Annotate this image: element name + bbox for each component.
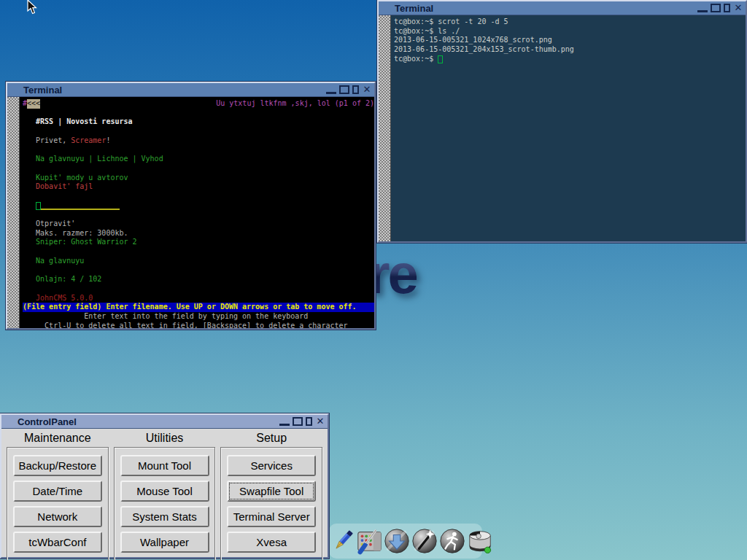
cp-section-header: Maintenance: [7, 430, 109, 447]
mouse-cursor-icon: [27, 0, 38, 18]
cp-group-box: ServicesSwapfile ToolTerminal ServerXves…: [220, 447, 322, 560]
terminal-line: [23, 192, 374, 201]
terminal-line: (File entry field) Enter filename. Use U…: [23, 303, 374, 312]
terminal-line: Onlajn: 4 / 102: [23, 275, 374, 284]
terminal-line: [23, 210, 374, 219]
terminal-line: 2013-06-15-005321_1024x768_scrot.png: [394, 36, 746, 45]
cp-group-box: Backup/RestoreDate/TimeNetworktcWbarConf: [7, 447, 109, 560]
terminal-line: tc@box:~$: [394, 55, 746, 64]
cp-button-swapfile-tool[interactable]: Swapfile Tool: [227, 481, 316, 502]
terminal-scrollbar[interactable]: [7, 97, 20, 328]
shade-button-icon[interactable]: [306, 417, 312, 426]
text-cursor-icon: [438, 55, 443, 63]
text-cursor-icon: [36, 202, 41, 210]
window-title: ControlPanel: [18, 416, 276, 427]
terminal-output[interactable]: tc@box:~$ scrot -t 20 -d 5tc@box:~$ ls .…: [391, 15, 746, 241]
run-icon[interactable]: [438, 526, 466, 556]
lynx-browser-output[interactable]: #<<<Uu ytxtuj ltkfnm ,skj, lol (p1 of 2)…: [20, 97, 374, 328]
terminal-line: [23, 145, 374, 155]
shade-button-icon[interactable]: [352, 85, 359, 94]
cp-button-date-time[interactable]: Date/Time: [13, 481, 102, 502]
cp-button-mouse-tool[interactable]: Mouse Tool: [120, 481, 209, 502]
mount-tool-icon[interactable]: [466, 526, 494, 556]
terminal-line: #RSS | Novosti resursa: [23, 117, 374, 127]
cp-button-services[interactable]: Services: [227, 455, 316, 476]
terminal-line: [23, 266, 374, 276]
terminal-line: #<<<Uu ytxtuj ltkfnm ,skj, lol (p1 of 2): [23, 99, 374, 109]
terminal-window-right: Terminal tc@box:~$ scrot -t 20 -d 5tc@bo…: [377, 0, 747, 243]
cp-group-box: Mount ToolMouse ToolSystem StatsWallpape…: [114, 447, 216, 560]
terminal-line: [23, 201, 374, 211]
titlebar[interactable]: Terminal: [7, 83, 374, 97]
cp-button-tcwbarconf[interactable]: tcWbarConf: [13, 532, 102, 553]
terminal-line: [23, 164, 374, 174]
terminal-line: [23, 127, 374, 136]
close-button-icon[interactable]: [733, 4, 743, 12]
cp-button-network[interactable]: Network: [13, 506, 102, 527]
wbar-dock: [329, 524, 482, 559]
pen-icon[interactable]: [330, 526, 355, 556]
terminal-line: Sniper: Ghost Warrior 2: [23, 238, 374, 247]
terminal-line: Kupit' mody u avtorov: [23, 174, 374, 183]
terminal-line: Otpravit': [23, 219, 374, 229]
terminal-line: Enter text into the field by typing on t…: [23, 312, 374, 322]
terminal-scrollbar[interactable]: [379, 15, 391, 241]
cp-button-wallpaper[interactable]: Wallpaper: [120, 532, 209, 553]
cp-button-mount-tool[interactable]: Mount Tool: [120, 455, 209, 476]
terminal-line: tc@box:~$ ls ./: [394, 27, 746, 36]
terminal-line: Na glavnuyu: [23, 257, 374, 266]
cp-button-xvesa[interactable]: Xvesa: [227, 532, 316, 553]
cp-button-system-stats[interactable]: System Stats: [120, 506, 209, 527]
control-panel-window: ControlPanel MaintenanceBackup/RestoreDa…: [0, 413, 329, 559]
close-button-icon[interactable]: [362, 85, 372, 94]
terminal-line: tc@box:~$ scrot -t 20 -d 5: [394, 18, 746, 27]
cp-column-maintenance: MaintenanceBackup/RestoreDate/TimeNetwor…: [7, 430, 109, 552]
cp-button-terminal-server[interactable]: Terminal Server: [227, 506, 316, 527]
terminal-line: [23, 247, 374, 257]
terminal-line: Ctrl-U to delete all text in field, [Bac…: [23, 322, 374, 328]
terminal-line: 2013-06-15-005321_204x153_scrot-thumb.pn…: [394, 45, 746, 55]
window-title: Terminal: [395, 3, 694, 14]
control-panel-icon[interactable]: [355, 526, 383, 556]
file-input-field[interactable]: [41, 202, 120, 210]
cp-column-utilities: UtilitiesMount ToolMouse ToolSystem Stat…: [114, 430, 216, 552]
window-title: Terminal: [23, 85, 323, 96]
control-panel-columns: MaintenanceBackup/RestoreDate/TimeNetwor…: [7, 430, 322, 552]
terminal-window-left: Terminal #<<<Uu ytxtuj ltkfnm ,skj, lol …: [6, 82, 376, 330]
minimize-button-icon[interactable]: [697, 4, 708, 12]
terminal-line: [23, 109, 374, 118]
cp-section-header: Utilities: [114, 430, 216, 447]
wizard-icon[interactable]: [411, 526, 438, 556]
terminal-line: Privet, Screamer!: [23, 136, 374, 146]
maximize-button-icon[interactable]: [711, 4, 721, 12]
terminal-line: Maks. razmer: 3000kb.: [23, 229, 374, 238]
titlebar[interactable]: ControlPanel: [1, 415, 328, 429]
cp-column-setup: SetupServicesSwapfile ToolTerminal Serve…: [220, 430, 322, 552]
terminal-line: JohnCMS 5.0.0: [23, 294, 374, 303]
cp-button-backup-restore[interactable]: Backup/Restore: [13, 455, 102, 476]
terminal-line: Dobavit' fajl: [23, 182, 374, 192]
terminal-line: [23, 284, 374, 294]
titlebar[interactable]: Terminal: [379, 1, 746, 15]
minimize-button-icon[interactable]: [326, 86, 336, 94]
maximize-button-icon[interactable]: [293, 417, 303, 426]
shade-button-icon[interactable]: [724, 4, 730, 12]
app-browser-icon[interactable]: [383, 526, 411, 556]
terminal-line: Na glavnuyu | Lichnoe | Vyhod: [23, 155, 374, 164]
cp-section-header: Setup: [220, 430, 322, 447]
close-button-icon[interactable]: [315, 417, 325, 426]
minimize-button-icon[interactable]: [279, 418, 290, 426]
maximize-button-icon[interactable]: [339, 85, 349, 94]
desktop: re Terminal tc@box:~$ scrot -t 20 -d 5tc…: [0, 0, 747, 560]
